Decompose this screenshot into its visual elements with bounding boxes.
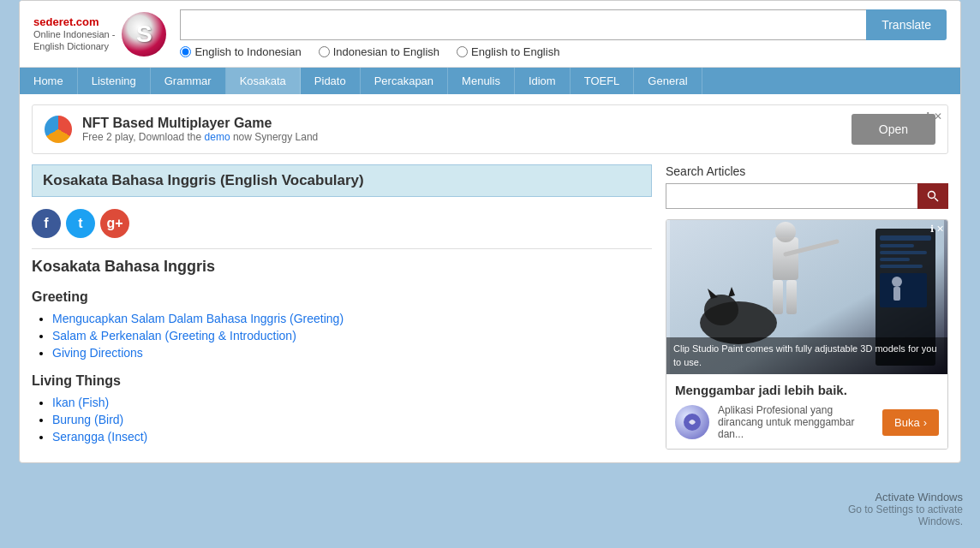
twitter-share-button[interactable]: t	[66, 209, 95, 238]
nav-listening[interactable]: Listening	[78, 68, 151, 94]
translate-button[interactable]: Translate	[866, 9, 947, 40]
ad-logo-icon	[45, 116, 72, 143]
ad-controls: ℹ ✕	[926, 110, 942, 122]
nav-home[interactable]: Home	[20, 68, 78, 94]
svg-rect-14	[880, 244, 914, 247]
greeting-link-3[interactable]: Giving Directions	[52, 346, 143, 360]
ad-title: NFT Based Multiplayer Game	[82, 116, 318, 131]
nav-menulis[interactable]: Menulis	[448, 68, 515, 94]
sidebar-ad-row: Aplikasi Profesional yang dirancang untu…	[675, 404, 939, 440]
search-articles-button[interactable]	[917, 183, 948, 209]
ad-demo-link[interactable]: demo	[205, 131, 230, 143]
nav-pidato[interactable]: Pidato	[301, 68, 361, 94]
nav-grammar[interactable]: Grammar	[151, 68, 226, 94]
svg-rect-13	[880, 235, 931, 241]
content-area: Kosakata Bahasa Inggris (English Vocabul…	[32, 164, 666, 450]
radio-row: English to Indonesian Indonesian to Engl…	[180, 45, 947, 58]
living-link-2[interactable]: Burung (Bird)	[52, 413, 123, 426]
svg-rect-7	[786, 280, 797, 314]
buka-label: Buka	[894, 416, 920, 429]
sidebar-ad-image: ℹ ✕	[666, 220, 947, 374]
radio-eng-to-id-label: English to Indonesian	[194, 45, 301, 58]
svg-rect-16	[880, 258, 910, 261]
living-things-link-list: Ikan (Fish) Burung (Bird) Serangga (Inse…	[32, 396, 652, 444]
greeting-link-1[interactable]: Mengucapkan Salam Dalam Bahasa Inggris (…	[52, 312, 344, 325]
sidebar-ad-info-icon[interactable]: ℹ	[930, 223, 934, 235]
search-articles-row	[666, 183, 948, 209]
sidebar: Search Articles ℹ ✕	[666, 164, 948, 450]
greeting-link-list: Mengucapkan Salam Dalam Bahasa Inggris (…	[32, 312, 652, 360]
search-icon	[927, 190, 939, 202]
sidebar-ad-buka-button[interactable]: Buka ›	[882, 409, 939, 436]
nav-toefl[interactable]: TOEFL	[571, 68, 635, 94]
sidebar-ad-logo-icon	[675, 405, 709, 439]
app-logo-icon	[682, 412, 702, 432]
facebook-share-button[interactable]: f	[32, 209, 61, 238]
site-name: sederet.com	[33, 15, 115, 28]
search-articles-label: Search Articles	[666, 164, 948, 178]
main-layout: Kosakata Bahasa Inggris (English Vocabul…	[20, 164, 960, 462]
sidebar-ad: ℹ ✕	[666, 219, 948, 450]
header: sederet.com Online Indonesian -English D…	[20, 1, 960, 68]
activate-line1: Activate Windows	[848, 491, 963, 503]
svg-rect-18	[880, 273, 927, 307]
logo-text-group: sederet.com Online Indonesian -English D…	[33, 15, 115, 53]
list-item: Ikan (Fish)	[52, 396, 652, 409]
main-section-title: Kosakata Bahasa Inggris	[32, 258, 652, 276]
nav-bar: Home Listening Grammar Kosakata Pidato P…	[20, 68, 960, 94]
site-tagline: Online Indonesian -English Dictionary	[33, 28, 115, 53]
nav-idiom[interactable]: Idiom	[515, 68, 571, 94]
ad-info-icon[interactable]: ℹ	[926, 110, 930, 122]
search-input[interactable]	[180, 9, 866, 40]
sidebar-ad-text-overlay: Clip Studio Paint comes with fully adjus…	[666, 337, 947, 374]
radio-eng-to-eng-label: English to English	[471, 45, 559, 58]
ad-text: NFT Based Multiplayer Game Free 2 play, …	[82, 116, 318, 143]
page-title: Kosakata Bahasa Inggris (English Vocabul…	[32, 164, 652, 197]
svg-rect-20	[893, 287, 900, 301]
page-wrapper: sederet.com Online Indonesian -English D…	[19, 0, 961, 463]
greeting-link-2[interactable]: Salam & Perkenalan (Greeting & Introduct…	[52, 329, 296, 342]
search-area: Translate English to Indonesian Indonesi…	[180, 9, 947, 58]
svg-point-4	[775, 222, 796, 242]
radio-id-to-eng[interactable]: Indonesian to English	[319, 45, 439, 58]
divider	[32, 248, 652, 249]
ad-banner: ℹ ✕ NFT Based Multiplayer Game Free 2 pl…	[32, 104, 948, 154]
site-logo-icon: S	[122, 12, 166, 57]
activate-line3: Windows.	[848, 515, 963, 527]
svg-rect-6	[773, 280, 783, 314]
list-item: Burung (Bird)	[52, 413, 652, 426]
svg-line-1	[935, 198, 938, 201]
list-item: Salam & Perkenalan (Greeting & Introduct…	[52, 329, 652, 342]
svg-rect-17	[880, 265, 923, 268]
sidebar-ad-close-icon[interactable]: ✕	[936, 223, 944, 235]
ad-close-icon[interactable]: ✕	[934, 110, 942, 122]
nav-general[interactable]: General	[634, 68, 702, 94]
list-item: Giving Directions	[52, 346, 652, 360]
search-articles-input[interactable]	[666, 183, 917, 209]
sidebar-ad-bottom: Menggambar jadi lebih baik. Aplikasi Pro…	[666, 374, 947, 449]
search-row: Translate	[180, 9, 947, 40]
svg-point-9	[704, 295, 738, 325]
living-link-1[interactable]: Ikan (Fish)	[52, 396, 109, 409]
living-link-3[interactable]: Serangga (Insect)	[52, 430, 147, 444]
ad-open-button[interactable]: Open	[852, 114, 935, 145]
buka-arrow: ›	[923, 416, 927, 429]
list-item: Mengucapkan Salam Dalam Bahasa Inggris (…	[52, 312, 652, 325]
logo-area: sederet.com Online Indonesian -English D…	[33, 12, 166, 57]
category-living-title: Living Things	[32, 373, 652, 389]
sidebar-ad-desc: Aplikasi Profesional yang dirancang untu…	[718, 404, 874, 440]
category-greeting-title: Greeting	[32, 289, 652, 305]
svg-point-19	[892, 277, 902, 287]
svg-rect-15	[880, 251, 927, 254]
radio-eng-to-id[interactable]: English to Indonesian	[180, 45, 301, 58]
ad-left: NFT Based Multiplayer Game Free 2 play, …	[45, 116, 318, 143]
googleplus-share-button[interactable]: g+	[100, 209, 129, 238]
svg-point-0	[929, 192, 935, 199]
activate-line2: Go to Settings to activate	[848, 503, 963, 515]
nav-percakapan[interactable]: Percakapan	[361, 68, 448, 94]
sidebar-ad-title: Menggambar jadi lebih baik.	[675, 383, 939, 397]
ad-subtitle: Free 2 play, Download the demo now Syner…	[82, 131, 318, 143]
radio-eng-to-eng[interactable]: English to English	[457, 45, 559, 58]
radio-id-to-eng-label: Indonesian to English	[333, 45, 439, 58]
nav-kosakata[interactable]: Kosakata	[226, 68, 301, 94]
